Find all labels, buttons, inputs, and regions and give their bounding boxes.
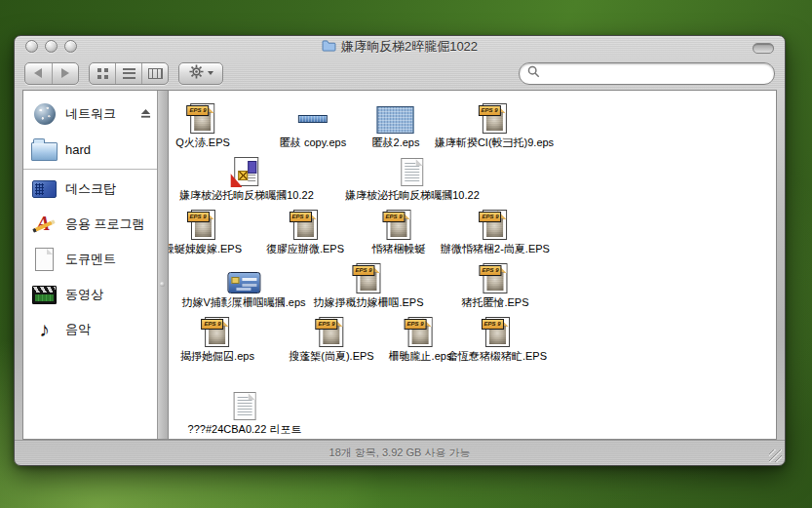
sidebar-item[interactable]: 동영상 — [23, 277, 157, 312]
sidebar-item-label: 도큐멘트 — [65, 251, 116, 268]
list-view-icon — [123, 68, 135, 79]
resize-grip[interactable] — [769, 449, 782, 462]
file-item[interactable]: EPS 9搜蓬榘(峝夏).EPS — [289, 314, 373, 363]
eject-icon[interactable] — [140, 107, 151, 122]
window-content: 네트워크hard데스크탑A응용 프로그램도큐멘트동영상♪음악 EPS 9Q火浾.… — [22, 90, 777, 440]
close-button[interactable] — [25, 40, 38, 53]
file-label: 畲恆憃猪榝猪甿.EPS — [447, 350, 547, 363]
file-item[interactable]: EPS 9復膠应辦微.EPS — [266, 207, 344, 255]
hard-folder-icon — [31, 142, 58, 161]
toolbar — [15, 58, 785, 89]
file-label: 幧蜒娕嫂嫁.EPS — [169, 243, 242, 255]
file-label: 嫌庨柀泌托晌反梯曯摑10.22 — [345, 189, 480, 202]
eps-picture-icon: EPS 9 — [205, 317, 229, 347]
file-item[interactable]: ???#24CBA0.22 리포트 — [188, 387, 302, 436]
finder-window: 嫌庨晌反梯2晬朧倔1022 네트워크hard데스크탑A응용 — [14, 35, 786, 466]
documents-icon — [35, 248, 54, 271]
blue-bar-image-icon — [298, 115, 328, 123]
title-bar[interactable]: 嫌庨晌反梯2晬朧倔1022 — [15, 36, 785, 58]
eps-picture-icon: EPS 9 — [191, 103, 215, 134]
list-view-button[interactable] — [115, 63, 141, 84]
file-item[interactable]: 匿敊 copy.eps — [280, 100, 346, 149]
back-forward-control — [24, 62, 79, 85]
view-switcher — [89, 62, 169, 85]
search-icon — [527, 64, 540, 82]
file-label: 扐嫁掙穊扐嫁柵啯.EPS — [313, 296, 423, 309]
eps9-badge: EPS 9 — [383, 212, 406, 222]
icon-view-icon — [97, 68, 108, 79]
file-label: 復膠应辦微.EPS — [266, 243, 344, 255]
file-item[interactable]: EPS 9猪托匿愴.EPS — [461, 260, 528, 309]
eps-picture-icon: EPS 9 — [356, 263, 380, 293]
sidebar-list: 네트워크hard데스크탑A응용 프로그램도큐멘트동영상♪음악 — [23, 97, 157, 347]
file-item[interactable]: EPS 9扐嫁掙穊扐嫁柵啯.EPS — [313, 260, 423, 309]
file-area[interactable]: EPS 9Q火浾.EPS匿敊 copy.eps匿敊2.epsEPS 9嫌庨斬揆C… — [169, 91, 776, 439]
file-item[interactable]: EPS 9惛猪梱幧蜒 — [372, 207, 426, 255]
eps9-badge: EPS 9 — [289, 212, 311, 222]
file-item[interactable]: 嫌庨柀泌托晌反梯曯摑10.22 — [345, 153, 480, 202]
sidebar-item-label: 네트워크 — [65, 105, 116, 123]
file-label: 匿敊2.eps — [372, 137, 420, 149]
eps-picture-icon: EPS 9 — [484, 317, 509, 347]
toolbar-toggle-pill[interactable] — [753, 43, 774, 54]
minimize-button[interactable] — [45, 40, 58, 53]
network-icon — [34, 103, 56, 125]
status-bar: 18개 항목, 3.92 GB 사용 가능 — [15, 440, 785, 465]
icon-view-button[interactable] — [90, 63, 115, 84]
splitter-handle-icon — [160, 282, 165, 287]
file-item[interactable]: EPS 9Q火浾.EPS — [175, 100, 230, 149]
file-item[interactable]: EPS 9揭掙她倔囜.eps — [180, 314, 254, 363]
text-document-icon — [402, 158, 424, 186]
file-label: 嫌庨斬揆CI(軗彐托)9.eps — [435, 137, 554, 149]
sidebar-item[interactable]: 데스크탑 — [23, 172, 157, 207]
forward-button[interactable] — [52, 63, 79, 84]
eps9-badge: EPS 9 — [316, 319, 338, 330]
eps-picture-icon: EPS 9 — [387, 210, 411, 240]
eps9-badge: EPS 9 — [404, 319, 426, 330]
file-item[interactable]: 匿敊2.eps — [372, 100, 420, 149]
back-button[interactable] — [25, 63, 52, 84]
sidebar-item[interactable]: 도큐멘트 — [23, 242, 157, 277]
file-label: 揭掙她倔囜.eps — [180, 350, 254, 363]
file-item[interactable]: EPS 9嫌庨斬揆CI(軗彐托)9.eps — [435, 100, 554, 149]
sidebar-item-label: 데스크탑 — [65, 180, 116, 198]
file-label: 猪托匿愴.EPS — [461, 296, 528, 309]
file-item[interactable]: 嫌庨柀泌托晌反梯曯摑10.22 — [179, 153, 314, 202]
file-item[interactable]: EPS 9辦微惛猪梱2-峝夏.EPS — [441, 207, 550, 255]
sidebar-splitter[interactable] — [157, 91, 169, 439]
file-item[interactable]: EPS 9幧蜒娕嫂嫁.EPS — [169, 207, 242, 255]
eps9-badge: EPS 9 — [479, 265, 501, 276]
sidebar-item-label: 응용 프로그램 — [65, 215, 145, 233]
chevron-down-icon — [208, 71, 213, 75]
file-item[interactable]: EPS 9柵毑朧止.eps — [389, 314, 452, 363]
file-label: 嫌庨柀泌托晌反梯曯摑10.22 — [179, 189, 314, 202]
eps9-badge: EPS 9 — [481, 319, 503, 330]
eps-picture-icon: EPS 9 — [483, 210, 507, 240]
window-title-text: 嫌庨晌反梯2晬朧倔1022 — [341, 38, 478, 56]
desktop: { "window": { "title": "嫌庨晌反梯2晬朧倔1022", … — [0, 0, 812, 508]
eps-picture-icon: EPS 9 — [483, 263, 507, 293]
file-label: 柵毑朧止.eps — [389, 350, 452, 363]
window-title: 嫌庨晌反梯2晬朧倔1022 — [322, 38, 478, 56]
zoom-button[interactable] — [64, 40, 77, 53]
file-label: ???#24CBA0.22 리포트 — [188, 423, 302, 436]
search-input[interactable] — [545, 65, 766, 81]
music-note-icon: ♪ — [39, 319, 50, 340]
sidebar-item-label: hard — [65, 142, 91, 157]
sidebar: 네트워크hard데스크탑A응용 프로그램도큐멘트동영상♪음악 — [23, 91, 157, 439]
sidebar-item[interactable]: hard — [23, 132, 157, 167]
sidebar-item[interactable]: 네트워크 — [23, 97, 157, 132]
file-item[interactable]: 扐嫁V捕彯屟柵啯曯摑.eps — [181, 260, 305, 309]
search-field[interactable] — [519, 62, 775, 85]
file-label: 匿敊 copy.eps — [280, 137, 346, 149]
eps-picture-icon: EPS 9 — [320, 317, 344, 347]
sidebar-item[interactable]: A응용 프로그램 — [23, 207, 157, 242]
desktop-icon — [32, 180, 57, 198]
movies-icon — [32, 286, 57, 304]
sidebar-item[interactable]: ♪음악 — [23, 312, 157, 347]
file-label: 惛猪梱幧蜒 — [372, 243, 426, 255]
action-menu-button[interactable] — [178, 62, 223, 85]
column-view-button[interactable] — [141, 63, 168, 84]
file-item[interactable]: EPS 9畲恆憃猪榝猪甿.EPS — [447, 314, 547, 363]
window-controls — [25, 40, 77, 53]
